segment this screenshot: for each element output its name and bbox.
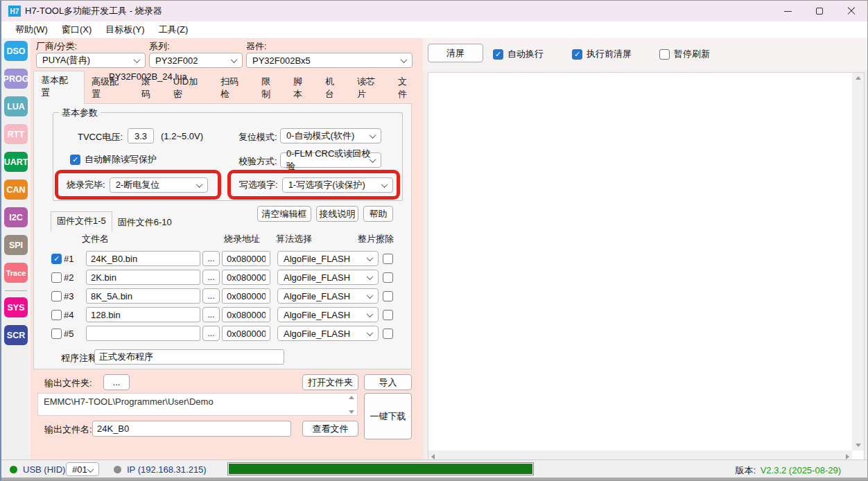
sidebar-item-prog[interactable]: PROG — [4, 69, 28, 89]
firmware-row: #5 ... AlgoFile_FLASH — [34, 326, 413, 341]
one-click-download-button[interactable]: 一键下载 — [364, 393, 412, 439]
output-path-memo[interactable]: EMMC\H7-TOOL\Programmer\User\Demo — [37, 393, 358, 416]
row1-algo-select[interactable]: AlgoFile_FLASH — [277, 251, 379, 266]
pause-refresh-checkbox[interactable] — [659, 49, 670, 60]
tvcc-input[interactable] — [128, 128, 154, 143]
tab-firmware-1-5[interactable]: 固件文件1-5 — [51, 211, 112, 231]
scroll-down-icon[interactable] — [856, 444, 861, 447]
reset-mode-select[interactable]: 0-自动模式(软件) — [280, 128, 381, 143]
row1-enable-checkbox[interactable] — [51, 254, 62, 264]
row1-erase-checkbox[interactable] — [383, 254, 393, 264]
series-select[interactable]: PY32F002 — [149, 53, 243, 68]
tab-read-chip[interactable]: 读芯片 — [350, 73, 391, 104]
row3-enable-checkbox[interactable] — [51, 291, 62, 301]
app-icon: H7 — [8, 6, 21, 17]
minimize-button[interactable] — [772, 1, 804, 21]
row5-address-input[interactable] — [222, 326, 270, 341]
output-folder-browse-button[interactable]: ... — [103, 374, 130, 390]
tab-file[interactable]: 文件 — [391, 73, 423, 104]
sidebar-item-spi[interactable]: SPI — [4, 235, 28, 255]
open-folder-button[interactable]: 打开文件夹 — [302, 374, 358, 390]
scroll-up-icon[interactable] — [349, 396, 354, 399]
row5-algo-select[interactable]: AlgoFile_FLASH — [277, 326, 379, 341]
word-wrap-option: 自动换行 — [493, 48, 544, 60]
part-select[interactable]: PY32F002Bx5 — [246, 53, 413, 68]
wiring-help-button[interactable]: 接线说明 — [316, 206, 358, 222]
row3-algo-select[interactable]: AlgoFile_FLASH — [277, 288, 379, 304]
finish-action-select[interactable]: 2-断电复位 — [110, 177, 208, 193]
clear-screen-button[interactable]: 清屏 — [428, 44, 483, 62]
tab-rolling-code[interactable]: 滚码 — [134, 73, 166, 104]
clear-edit-button[interactable]: 清空编辑框 — [257, 206, 311, 222]
header-algorithm: 算法选择 — [276, 233, 312, 245]
scroll-down-icon[interactable] — [349, 410, 354, 414]
tab-uid-encrypt[interactable]: UID加密 — [166, 73, 214, 104]
scroll-right-icon[interactable] — [846, 454, 849, 460]
log-panel: 清屏 自动换行 执行前清屏 暂停刷新 — [423, 38, 867, 460]
menu-window[interactable]: 窗口(X) — [55, 21, 98, 38]
firmware-row: #4 ... AlgoFile_FLASH — [34, 307, 413, 322]
tab-limit[interactable]: 限制 — [254, 73, 286, 104]
row4-address-input[interactable] — [222, 307, 270, 322]
sidebar-item-sys[interactable]: SYS — [4, 297, 28, 317]
row3-erase-checkbox[interactable] — [383, 291, 393, 301]
sidebar-item-lua[interactable]: LUA — [4, 96, 28, 116]
row2-browse-button[interactable]: ... — [202, 270, 220, 285]
help-button[interactable]: 帮助 — [363, 206, 393, 222]
tab-advanced-config[interactable]: 高级配置 — [85, 73, 134, 104]
row5-browse-button[interactable]: ... — [202, 326, 220, 341]
row2-algo-select[interactable]: AlgoFile_FLASH — [277, 270, 379, 285]
program-comment-input[interactable] — [94, 349, 284, 365]
sidebar-item-trace[interactable]: Trace — [4, 263, 28, 283]
row1-browse-button[interactable]: ... — [202, 251, 220, 266]
vertical-scrollbar[interactable] — [852, 73, 864, 451]
row5-filename-input[interactable] — [86, 326, 200, 341]
sidebar-item-scr[interactable]: SCR — [4, 325, 28, 345]
tab-basic-config[interactable]: 基本配置 — [33, 71, 85, 104]
row1-address-input[interactable] — [222, 251, 270, 266]
row4-erase-checkbox[interactable] — [383, 310, 393, 320]
output-filename-input[interactable] — [92, 421, 291, 437]
menu-help[interactable]: 帮助(W) — [8, 21, 55, 38]
row2-enable-checkbox[interactable] — [51, 272, 62, 283]
import-button[interactable]: 导入 — [364, 374, 412, 390]
row1-filename-input[interactable] — [86, 251, 200, 266]
row4-filename-input[interactable] — [86, 307, 200, 322]
row4-algo-select[interactable]: AlgoFile_FLASH — [277, 307, 379, 322]
row4-enable-checkbox[interactable] — [51, 310, 62, 320]
vendor-select[interactable]: PUYA(普冉) — [36, 53, 146, 68]
row3-browse-button[interactable]: ... — [202, 288, 220, 304]
row5-enable-checkbox[interactable] — [51, 329, 62, 339]
row4-browse-button[interactable]: ... — [202, 307, 220, 322]
row2-erase-checkbox[interactable] — [383, 272, 393, 283]
view-file-button[interactable]: 查看文件 — [302, 421, 358, 437]
tab-machine[interactable]: 机台 — [318, 73, 350, 104]
output-filename-label: 输出文件名: — [44, 423, 92, 436]
verify-mode-select[interactable]: 0-FLM CRC或读回校验 — [280, 152, 381, 168]
sidebar-item-can[interactable]: CAN — [4, 180, 28, 200]
tab-script[interactable]: 脚本 — [286, 73, 318, 104]
word-wrap-checkbox[interactable] — [493, 49, 503, 60]
row3-address-input[interactable] — [222, 288, 270, 304]
maximize-button[interactable] — [804, 1, 835, 21]
auto-unlock-checkbox[interactable] — [70, 155, 80, 165]
scroll-left-icon[interactable] — [431, 454, 435, 460]
channel-select[interactable]: #01 — [66, 462, 99, 476]
tab-firmware-6-10[interactable]: 固件文件6-10 — [112, 213, 177, 231]
sidebar-item-i2c[interactable]: I2C — [4, 207, 28, 227]
row5-erase-checkbox[interactable] — [383, 329, 393, 339]
tab-barcode-scanner[interactable]: 扫码枪 — [214, 73, 254, 104]
log-output-area[interactable] — [428, 72, 865, 463]
close-button[interactable] — [835, 1, 867, 21]
menu-tools[interactable]: 工具(Z) — [152, 21, 196, 38]
sidebar-item-dso[interactable]: DSO — [4, 41, 28, 61]
menu-target-board[interactable]: 目标板(Y) — [98, 21, 151, 38]
sidebar-item-uart[interactable]: UART — [4, 152, 28, 172]
row2-filename-input[interactable] — [86, 270, 200, 285]
scroll-up-icon[interactable] — [856, 76, 861, 80]
clear-before-run-checkbox[interactable] — [572, 49, 582, 60]
row3-filename-input[interactable] — [86, 288, 200, 304]
option-byte-select[interactable]: 1-写选项字(读保护) — [282, 177, 393, 193]
row2-address-input[interactable] — [222, 270, 270, 285]
sidebar-item-rtt[interactable]: RTT — [4, 124, 28, 144]
